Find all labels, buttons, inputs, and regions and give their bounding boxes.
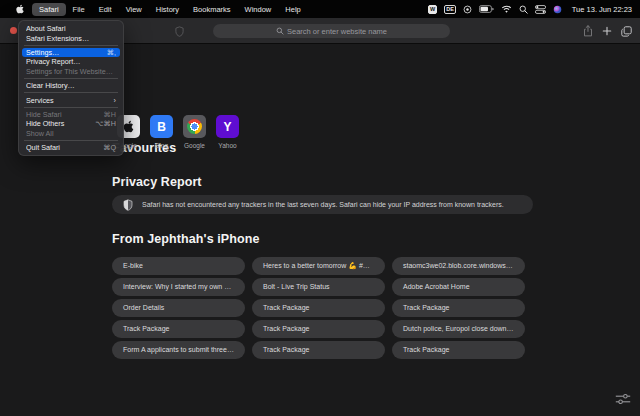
iphone-tab-link[interactable]: Dutch police, Europol close down illegal…	[392, 320, 525, 338]
favourite-google[interactable]: Google	[183, 115, 206, 149]
menu-bar-item[interactable]: Bookmarks	[186, 3, 238, 16]
safari-menu-item[interactable]	[24, 92, 118, 93]
menu-item-label: Show All	[26, 129, 116, 138]
new-tab-icon[interactable]	[602, 26, 612, 36]
favourite-label: Yahoo	[218, 142, 236, 149]
safari-menu-item[interactable]: Quit Safari ⌘Q	[22, 143, 120, 152]
privacy-shield-icon	[123, 199, 133, 211]
iphone-tabs-grid: E-bikeHeres to a better tomorrow 💪 #mens…	[112, 257, 525, 359]
iphone-tab-link[interactable]: Track Package	[392, 299, 525, 317]
safari-menu-item[interactable]	[24, 107, 118, 108]
safari-menu-item[interactable]: Show All	[22, 129, 120, 138]
apple-logo-icon	[16, 4, 24, 14]
spotlight-icon[interactable]	[519, 5, 528, 14]
menu-item-shortcut: ⌘H	[104, 110, 116, 119]
favourites-row: Apple B Bing Google Y Yahoo	[117, 115, 239, 149]
menu-item-label: Privacy Report…	[26, 57, 116, 66]
safari-menu-item[interactable]: Settings for This Website…	[22, 67, 120, 76]
menu-item-shortcut: ⌘,	[107, 48, 116, 57]
menu-item-label: Settings for This Website…	[26, 67, 116, 76]
menu-bar-item[interactable]: File	[66, 3, 92, 16]
menu-item-label: Services	[26, 96, 110, 105]
menu-item-shortcut: ⌥⌘H	[95, 119, 116, 128]
menu-bar: SafariFileEditViewHistoryBookmarksWindow…	[0, 0, 640, 18]
menu-item-label: Quit Safari	[26, 143, 99, 152]
from-iphone-title: From Jephthah's iPhone	[112, 232, 260, 246]
privacy-report-banner[interactable]: Safari has not encountered any trackers …	[112, 195, 533, 214]
w-app-icon[interactable]: W	[428, 5, 437, 14]
iphone-tab-link[interactable]: E-bike	[112, 257, 245, 275]
wifi-icon[interactable]	[501, 5, 512, 14]
tab-overview-icon[interactable]	[621, 26, 632, 37]
iphone-tab-link[interactable]: Interview: Why I started my own nursing …	[112, 278, 245, 296]
privacy-shield-icon[interactable]	[175, 26, 184, 37]
privacy-report-message: Safari has not encountered any trackers …	[142, 201, 504, 208]
iphone-tab-link[interactable]: Form A applicants to submit three-year t…	[112, 341, 245, 359]
safari-menu-item[interactable]	[24, 140, 118, 141]
menu-bar-item[interactable]: View	[119, 3, 149, 16]
close-window-button[interactable]	[10, 27, 17, 34]
menu-bar-item[interactable]: Edit	[92, 3, 119, 16]
address-bar-placeholder: Search or enter website name	[287, 27, 387, 36]
iphone-tab-link[interactable]: staomc3we02.blob.core.windows.net	[392, 257, 525, 275]
safari-menu-item[interactable]: Safari Extensions…	[22, 33, 120, 42]
magnifier-icon	[276, 27, 284, 35]
yahoo-favicon: Y	[216, 115, 239, 138]
menu-bar-item[interactable]: History	[149, 3, 186, 16]
favourite-bing[interactable]: B Bing	[150, 115, 173, 149]
safari-menu-item[interactable]: Settings… ⌘,	[22, 48, 120, 57]
focus-icon[interactable]	[463, 5, 472, 14]
menu-bar-item[interactable]: Help	[278, 3, 307, 16]
chrome-logo-icon	[187, 119, 202, 134]
share-icon[interactable]	[583, 25, 593, 37]
safari-menu-item[interactable]: Hide Safari ⌘H	[22, 110, 120, 119]
bing-favicon: B	[150, 115, 173, 138]
menu-bar-items: SafariFileEditViewHistoryBookmarksWindow…	[32, 3, 308, 16]
safari-menu-item[interactable]: About Safari	[22, 24, 120, 33]
apple-menu[interactable]	[8, 4, 32, 14]
address-bar[interactable]: Search or enter website name	[213, 24, 450, 38]
safari-menu-item[interactable]: Privacy Report…	[22, 57, 120, 66]
menu-bar-clock[interactable]: Tue 13. Jun 22:23	[572, 5, 632, 14]
iphone-tab-link[interactable]: Order Details	[112, 299, 245, 317]
apple-logo-icon	[123, 120, 134, 133]
control-center-icon[interactable]	[535, 5, 546, 14]
toolbar-right-buttons	[583, 23, 632, 39]
safari-menu-dropdown: About Safari Safari Extensions… Settings…	[18, 20, 124, 156]
favourite-yahoo[interactable]: Y Yahoo	[216, 115, 239, 149]
siri-icon[interactable]	[553, 5, 562, 14]
safari-menu-item[interactable]: Services ›	[22, 95, 120, 104]
screen: SafariFileEditViewHistoryBookmarksWindow…	[0, 0, 640, 416]
safari-menu-item[interactable]	[24, 78, 118, 79]
iphone-tab-link[interactable]: Track Package	[112, 320, 245, 338]
favourite-label: Bing	[155, 142, 168, 149]
menu-item-label: Clear History…	[26, 81, 116, 90]
iphone-tab-link[interactable]: Track Package	[252, 320, 385, 338]
keyboard-layout-badge[interactable]: DE	[444, 5, 456, 14]
safari-menu-item[interactable]	[24, 45, 118, 46]
menu-item-shortcut: ⌘Q	[103, 143, 116, 152]
menu-item-label: Hide Safari	[26, 110, 100, 119]
menu-item-label: Hide Others	[26, 119, 91, 128]
battery-icon[interactable]	[479, 5, 494, 13]
safari-menu-item[interactable]: Hide Others ⌥⌘H	[22, 119, 120, 128]
menu-bar-left: SafariFileEditViewHistoryBookmarksWindow…	[8, 3, 308, 16]
menu-item-label: About Safari	[26, 24, 116, 33]
menu-item-label: Safari Extensions…	[26, 34, 116, 43]
privacy-report-title: Privacy Report	[112, 175, 202, 189]
iphone-tab-link[interactable]: Track Package	[252, 299, 385, 317]
submenu-arrow-icon: ›	[114, 96, 116, 105]
menu-item-label: Settings…	[26, 48, 103, 57]
iphone-tab-link[interactable]: Heres to a better tomorrow 💪 #mensmen...	[252, 257, 385, 275]
iphone-tab-link[interactable]: Adobe Acrobat Home	[392, 278, 525, 296]
customize-sliders-icon[interactable]	[615, 393, 631, 405]
iphone-tab-link[interactable]: Track Package	[252, 341, 385, 359]
favourite-label: Google	[184, 142, 205, 149]
safari-menu-item[interactable]: Clear History…	[22, 81, 120, 90]
menu-bar-status: W DE Tue 13. Jun 22:23	[428, 5, 632, 14]
google-favicon	[183, 115, 206, 138]
iphone-tab-link[interactable]: Bolt - Live Trip Status	[252, 278, 385, 296]
menu-bar-item[interactable]: Window	[238, 3, 279, 16]
iphone-tab-link[interactable]: Track Package	[392, 341, 525, 359]
menu-bar-item[interactable]: Safari	[32, 3, 66, 16]
